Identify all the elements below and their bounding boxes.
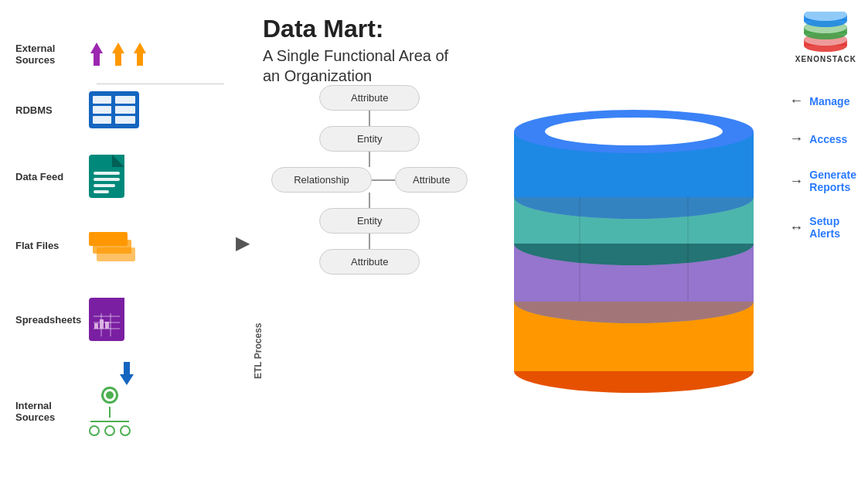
svg-rect-13 bbox=[93, 96, 111, 104]
cylinder-visualization bbox=[502, 62, 765, 418]
spreadsheet-icon bbox=[89, 298, 124, 341]
orange-arrow2-icon bbox=[132, 43, 148, 66]
external-sources-label: ExternalSources bbox=[15, 43, 81, 66]
svg-rect-23 bbox=[94, 172, 120, 175]
relationship-row: Relationship Attribute bbox=[271, 167, 468, 193]
source-flatfiles: Flat Files bbox=[15, 226, 135, 264]
internal-label: InternalSources bbox=[15, 400, 81, 423]
source-internal: InternalSources bbox=[15, 387, 131, 436]
svg-marker-10 bbox=[112, 43, 124, 66]
svg-rect-32 bbox=[111, 298, 124, 312]
svg-marker-11 bbox=[134, 43, 146, 66]
svg-rect-18 bbox=[115, 116, 135, 124]
logo-label: XENONSTACK bbox=[795, 55, 856, 63]
internal-h-line bbox=[90, 421, 129, 422]
setup-arrow-icon: ↔ bbox=[789, 220, 803, 236]
datafeed-icon bbox=[89, 155, 124, 198]
source-external: ExternalSources bbox=[15, 43, 148, 66]
attribute-node-2: Attribute bbox=[319, 249, 420, 275]
datafeed-label: Data Feed bbox=[15, 171, 81, 183]
svg-rect-24 bbox=[94, 178, 120, 181]
entity-node-2: Entity bbox=[319, 208, 420, 234]
svg-rect-15 bbox=[93, 116, 111, 124]
purple-arrow-icon bbox=[89, 43, 104, 66]
svg-rect-16 bbox=[115, 96, 135, 104]
internal-dot-center bbox=[104, 425, 115, 436]
manage-action: ← Manage bbox=[789, 93, 856, 109]
entity-diagram: Attribute Entity Relationship Attribute … bbox=[271, 85, 468, 275]
rdbms-icon bbox=[89, 91, 139, 128]
entity-node-1: Entity bbox=[319, 126, 420, 152]
spreadsheets-label: Spreadsheets bbox=[15, 314, 81, 326]
manage-label: Manage bbox=[809, 95, 849, 107]
source-rdbms: RDBMS bbox=[15, 91, 139, 128]
attribute-node-1: Attribute bbox=[319, 85, 420, 111]
blue-arrow-down-icon bbox=[118, 362, 135, 385]
source-spreadsheets: Spreadsheets bbox=[15, 298, 124, 341]
internal-top-node bbox=[101, 387, 118, 404]
external-arrows bbox=[89, 43, 148, 66]
setup-alerts-label: Setup Alerts bbox=[809, 215, 840, 240]
action-labels: ← Manage → Access → Generate Reports ↔ S… bbox=[789, 93, 856, 240]
svg-rect-14 bbox=[93, 106, 111, 114]
blue-down-arrow bbox=[118, 362, 135, 385]
connector-3 bbox=[369, 193, 370, 208]
access-arrow-icon: → bbox=[789, 131, 803, 147]
internal-connector-top bbox=[109, 407, 111, 418]
flatfiles-icon bbox=[89, 226, 135, 264]
access-action: → Access bbox=[789, 131, 856, 147]
title-area: Data Mart: A Single Functional Area of a… bbox=[263, 15, 510, 86]
connector-1 bbox=[369, 111, 370, 126]
svg-rect-17 bbox=[115, 106, 135, 114]
etl-arrow-icon: ▶ bbox=[236, 232, 250, 254]
svg-marker-9 bbox=[90, 43, 103, 66]
xenonstack-logo-icon bbox=[802, 12, 849, 52]
flatfiles-label: Flat Files bbox=[15, 240, 81, 251]
svg-rect-39 bbox=[100, 319, 104, 329]
main-title: Data Mart: bbox=[263, 15, 510, 43]
svg-rect-40 bbox=[105, 322, 109, 329]
source-datafeed: Data Feed bbox=[15, 155, 124, 198]
svg-rect-38 bbox=[94, 323, 98, 329]
connector-2 bbox=[369, 152, 370, 167]
connector-4 bbox=[369, 234, 370, 249]
rdbms-label: RDBMS bbox=[15, 104, 81, 116]
etl-label: ETL Process bbox=[253, 124, 264, 379]
internal-bottom-nodes bbox=[89, 425, 131, 436]
internal-dot-left bbox=[89, 425, 100, 436]
svg-rect-25 bbox=[94, 184, 115, 187]
main-container: XENONSTACK Data Mart: A Single Functiona… bbox=[0, 0, 868, 481]
attribute-side-node: Attribute bbox=[395, 167, 468, 193]
manage-arrow-icon: ← bbox=[789, 93, 803, 109]
relationship-node: Relationship bbox=[271, 167, 372, 193]
svg-rect-26 bbox=[94, 190, 109, 193]
setup-alerts-action: ↔ Setup Alerts bbox=[789, 215, 856, 240]
side-connector bbox=[372, 179, 395, 181]
etl-section: ▶ ETL Process Attribute Entity Relations… bbox=[236, 77, 468, 379]
logo-area: XENONSTACK bbox=[795, 12, 856, 63]
svg-point-54 bbox=[545, 118, 723, 145]
generate-reports-action: → Generate Reports bbox=[789, 169, 856, 193]
internal-icon bbox=[89, 387, 131, 436]
generate-reports-label: Generate Reports bbox=[809, 169, 856, 193]
separator-1 bbox=[97, 84, 224, 84]
orange-arrow-icon bbox=[111, 43, 126, 66]
internal-dot-right bbox=[120, 425, 131, 436]
svg-rect-29 bbox=[89, 232, 128, 246]
access-label: Access bbox=[809, 133, 847, 145]
svg-marker-41 bbox=[120, 362, 134, 385]
cylinder-svg bbox=[502, 62, 765, 410]
generate-arrow-icon: → bbox=[789, 173, 803, 189]
